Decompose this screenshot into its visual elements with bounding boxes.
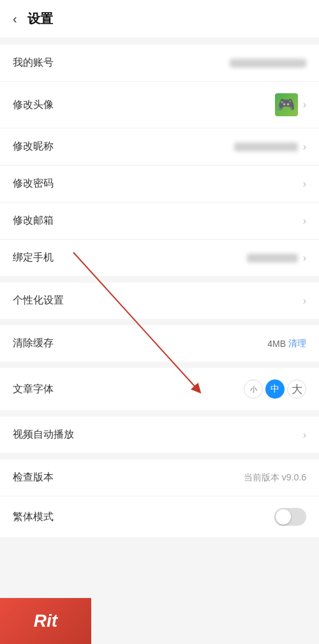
font-option-中[interactable]: 中 — [265, 379, 285, 399]
header: ‹ 设置 — [0, 0, 319, 38]
item-nickname[interactable]: 修改昵称› — [0, 128, 319, 165]
label-autoplay: 视频自动播放 — [13, 428, 74, 441]
value-nickname — [234, 142, 298, 151]
chevron-right-icon: › — [303, 178, 306, 190]
chevron-right-icon: › — [303, 215, 306, 227]
value-account — [230, 59, 306, 68]
cache-size: 4MB — [267, 339, 286, 349]
chevron-right-icon: › — [303, 99, 306, 111]
label-version: 检查版本 — [13, 471, 54, 484]
chevron-right-icon: › — [303, 429, 306, 441]
toggle-thumb — [276, 509, 291, 525]
right-version: 当前版本 v9.0.6 — [244, 472, 306, 484]
settings-section: 清除缓存4MB清理 — [0, 325, 319, 362]
item-traditional[interactable]: 繁体模式 — [0, 496, 319, 537]
item-version[interactable]: 检查版本当前版本 v9.0.6 — [0, 459, 319, 496]
label-password: 修改密码 — [13, 177, 54, 190]
label-nickname: 修改昵称 — [13, 140, 54, 153]
right-font: 小中大 — [244, 379, 306, 399]
item-personalize[interactable]: 个性化设置› — [0, 282, 319, 319]
settings-section: 我的账号修改头像🎮›修改昵称›修改密码›修改邮箱›绑定手机› — [0, 45, 319, 276]
label-avatar: 修改头像 — [13, 98, 54, 112]
label-phone: 绑定手机 — [13, 251, 54, 264]
back-icon[interactable]: ‹ — [13, 12, 17, 26]
right-account — [230, 59, 306, 68]
label-traditional: 繁体模式 — [13, 510, 54, 524]
right-cache: 4MB清理 — [267, 338, 306, 349]
font-option-小[interactable]: 小 — [244, 379, 263, 399]
item-avatar[interactable]: 修改头像🎮› — [0, 82, 319, 128]
right-nickname: › — [234, 141, 306, 153]
settings-section: 检查版本当前版本 v9.0.6繁体模式 — [0, 459, 319, 537]
right-autoplay: › — [303, 429, 306, 441]
toggle-track — [274, 508, 306, 526]
right-email: › — [303, 215, 306, 227]
right-password: › — [303, 178, 306, 190]
right-phone: › — [247, 252, 306, 264]
item-email[interactable]: 修改邮箱› — [0, 203, 319, 240]
label-cache: 清除缓存 — [13, 337, 54, 350]
settings-section: 视频自动播放› — [0, 417, 319, 453]
item-cache[interactable]: 清除缓存4MB清理 — [0, 325, 319, 362]
chevron-right-icon: › — [303, 295, 306, 307]
item-password[interactable]: 修改密码› — [0, 165, 319, 203]
chevron-right-icon: › — [303, 252, 306, 264]
label-email: 修改邮箱 — [13, 214, 54, 227]
font-option-大[interactable]: 大 — [287, 379, 306, 399]
item-font[interactable]: 文章字体小中大 — [0, 368, 319, 410]
item-autoplay[interactable]: 视频自动播放› — [0, 417, 319, 453]
chevron-right-icon: › — [303, 141, 306, 153]
cache-info: 4MB清理 — [267, 338, 306, 349]
label-personalize: 个性化设置 — [13, 294, 64, 307]
cache-clear-button[interactable]: 清理 — [288, 338, 306, 349]
version-text: 当前版本 v9.0.6 — [244, 472, 306, 484]
settings-section: 个性化设置› — [0, 282, 319, 319]
value-phone — [247, 254, 298, 263]
toggle-traditional[interactable] — [274, 508, 306, 526]
bottom-brand: Rit — [0, 598, 91, 644]
label-font: 文章字体 — [13, 383, 54, 396]
right-traditional — [274, 508, 306, 526]
right-avatar: 🎮› — [275, 93, 306, 116]
font-size-controls: 小中大 — [244, 379, 306, 399]
avatar-image: 🎮 — [275, 93, 298, 116]
item-account[interactable]: 我的账号 — [0, 45, 319, 82]
page-title: 设置 — [27, 10, 53, 27]
label-account: 我的账号 — [13, 56, 54, 70]
right-personalize: › — [303, 295, 306, 307]
item-phone[interactable]: 绑定手机› — [0, 240, 319, 276]
settings-section: 文章字体小中大 — [0, 368, 319, 410]
